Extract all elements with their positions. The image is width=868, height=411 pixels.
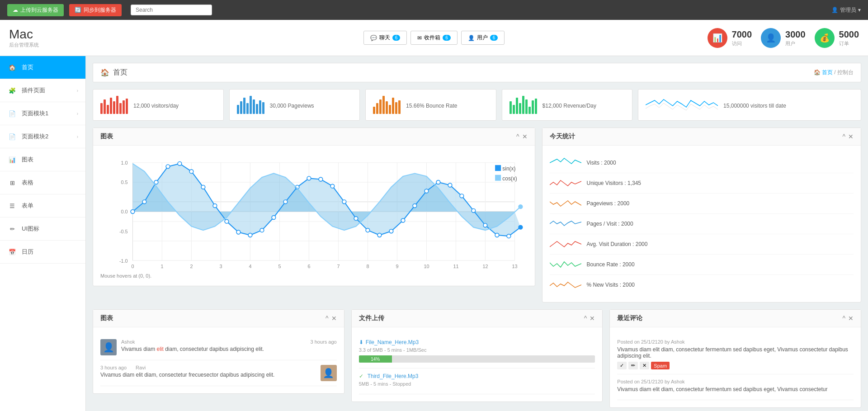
sidebar-item-forms[interactable]: ☰ 表单: [0, 194, 85, 217]
upload-btn[interactable]: ☁ 上传到云服务器: [7, 4, 64, 16]
comment-item-2: Posted on 25/1/2120 by Ashok Vivamus dia…: [617, 374, 854, 400]
svg-point-51: [236, 230, 241, 234]
user-menu[interactable]: 👤 管理员 ▾: [831, 6, 861, 14]
file-item-1: ⬇ File_Name_Here.Mp3 3.3 of 5MB - 5 mins…: [359, 335, 595, 368]
file-name-1: ⬇ File_Name_Here.Mp3: [359, 339, 595, 345]
svg-point-45: [166, 165, 170, 169]
svg-text:-1.0: -1.0: [119, 258, 128, 264]
revenue-chart: [509, 96, 537, 114]
sidebar-item-module1[interactable]: 📄 页面模块1 ›: [0, 102, 85, 125]
sidebar-item-tables[interactable]: ⊞ 表格: [0, 171, 85, 194]
site-subtitle: 后台管理系统: [9, 42, 292, 48]
breadcrumb-home-link[interactable]: 首页: [822, 69, 833, 76]
header-buttons: 💬 聊天 6 ✉ 收件箱 6 👤 用户 6: [292, 31, 576, 45]
breadcrumb: 🏠 首页 🏠 首页 / 控制台: [93, 63, 861, 82]
svg-point-54: [272, 216, 276, 220]
chat-text-1: Vivamus diam elit diam, consectetur dapi…: [121, 346, 337, 352]
svg-point-48: [201, 185, 205, 189]
collapse-chart-btn[interactable]: ^: [516, 133, 519, 140]
sin-cos-chart: 1.0 0.5 0.0 -0.5 -1.0 0 1 2 3 4: [100, 153, 528, 270]
svg-point-43: [142, 200, 146, 204]
today-stats-header: 今天统计 ^ ✕: [542, 128, 861, 146]
home-sidebar-icon: 🏠: [7, 62, 17, 72]
svg-point-55: [283, 200, 288, 204]
today-stat-visits: Visits : 2000: [550, 153, 854, 173]
comment-approve-btn[interactable]: ✓: [617, 362, 627, 369]
sync-btn[interactable]: 🔄 同步到服务器: [69, 4, 122, 16]
comment-spam-btn[interactable]: Spam: [651, 362, 670, 369]
svg-point-61: [354, 217, 358, 221]
svg-text:9: 9: [396, 264, 398, 269]
chevron-right-icon: ›: [77, 88, 78, 93]
avatar-ravi: 👤: [321, 365, 337, 381]
comments-panel: 最近评论 ^ ✕ Posted on 25/1/2120 by Ashok Vi…: [609, 309, 861, 408]
chevron-right-icon3: ›: [77, 134, 78, 139]
chat-user-2: Ravi: [136, 365, 146, 370]
svg-text:1.0: 1.0: [121, 160, 128, 165]
close-chat-btn[interactable]: ✕: [331, 315, 337, 322]
comment-actions-1: ✓ ✏ ✕ Spam: [617, 362, 854, 369]
today-stat-duration: Avg. Visit Duration : 2000: [550, 234, 854, 255]
chart-panel: 图表 ^ ✕: [93, 128, 535, 286]
user-badge: 6: [490, 35, 498, 41]
svg-point-42: [131, 210, 135, 214]
header-stats: 📊 7000 访问 👤 3000 用户 💰 5000 订单: [576, 28, 859, 48]
sidebar-item-calendar[interactable]: 📅 日历: [0, 241, 85, 264]
svg-text:7: 7: [337, 264, 340, 269]
close-comments-btn[interactable]: ✕: [848, 315, 854, 322]
file-name-2: ✓ Third_File_Here.Mp3: [359, 373, 595, 379]
sidebar-item-ui[interactable]: ✏ UI图标: [0, 217, 85, 241]
chat-btn[interactable]: 💬 聊天 6: [363, 31, 407, 45]
module2-icon: 📄: [7, 132, 17, 142]
search-input[interactable]: [131, 5, 212, 15]
chevron-down-icon: ▾: [858, 7, 861, 13]
stats-card-total: 15,000000 visitors till date: [638, 89, 861, 121]
svg-point-62: [366, 228, 370, 232]
check-icon: ✓: [359, 373, 363, 379]
plugins-icon: 🧩: [7, 85, 17, 95]
sidebar-item-home[interactable]: 🏠 首页: [0, 56, 85, 79]
pageviews-chart: [237, 96, 264, 114]
inbox-btn[interactable]: ✉ 收件箱 6: [410, 31, 458, 45]
collapse-today-btn[interactable]: ^: [842, 133, 845, 140]
sidebar-item-plugins[interactable]: 🧩 插件页面 ›: [0, 79, 85, 102]
tables-icon: ⊞: [7, 178, 17, 188]
header: Mac 后台管理系统 💬 聊天 6 ✉ 收件箱 6 👤 用户 6 📊 7000 …: [0, 20, 868, 56]
collapse-file-btn[interactable]: ^: [584, 315, 587, 322]
breadcrumb-links: 🏠 首页 / 控制台: [814, 69, 854, 76]
collapse-chat-btn[interactable]: ^: [326, 315, 329, 322]
svg-text:12: 12: [482, 264, 488, 269]
search-container: [131, 5, 212, 15]
close-file-btn[interactable]: ✕: [590, 315, 595, 322]
collapse-comments-btn[interactable]: ^: [842, 315, 845, 322]
comment-text-2: Vivamus diam elit diam, consectetur ferm…: [617, 386, 854, 392]
today-stat-unique: Unique Visitors : 1,345: [550, 173, 854, 194]
svg-point-60: [342, 200, 346, 204]
stats-card-bounce: 15.66% Bounce Rate: [365, 89, 496, 121]
sidebar-item-module2[interactable]: 📄 页面模块2 ›: [0, 125, 85, 148]
home-icon: 🏠: [100, 68, 109, 77]
ui-icon: ✏: [7, 224, 17, 234]
sidebar-item-charts[interactable]: 📊 图表: [0, 148, 85, 171]
svg-point-64: [389, 229, 393, 233]
svg-rect-79: [495, 175, 501, 181]
comment-delete-btn[interactable]: ✕: [640, 362, 649, 369]
file-info-2: 5MB - 5 mins - Stopped: [359, 381, 595, 387]
progress-fill-1: 14%: [359, 355, 392, 363]
svg-point-53: [260, 228, 264, 232]
close-chart-btn[interactable]: ✕: [522, 133, 528, 140]
bottom-row: 图表 ^ ✕ 👤 Ashok 3 hours ago: [93, 309, 861, 411]
svg-text:6: 6: [307, 264, 310, 269]
user-btn[interactable]: 👤 用户 6: [461, 31, 505, 45]
svg-point-57: [307, 176, 311, 180]
comment-edit-btn[interactable]: ✏: [628, 362, 638, 369]
forms-icon: ☰: [7, 201, 17, 211]
svg-point-70: [460, 194, 464, 198]
svg-text:4: 4: [249, 264, 251, 269]
today-stat-pageviews: Pageviews : 2000: [550, 194, 854, 214]
chart-panel-header: 图表 ^ ✕: [93, 128, 535, 146]
file-upload-panel: 文件上传 ^ ✕ ⬇ File_Name_Here.Mp3 3.3 o: [351, 309, 603, 402]
close-today-btn[interactable]: ✕: [848, 133, 854, 140]
bounce-chart: [373, 96, 401, 114]
svg-point-50: [225, 219, 229, 223]
